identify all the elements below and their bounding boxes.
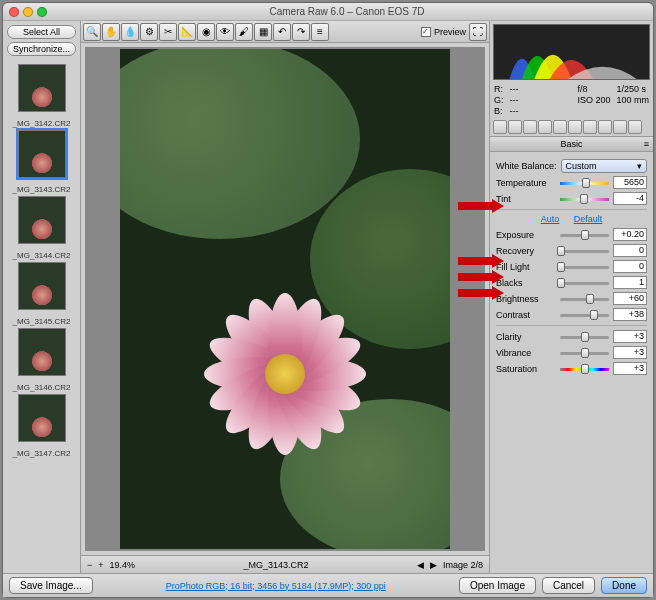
- temperature-slider[interactable]: [560, 178, 609, 188]
- panel-menu-icon[interactable]: ≡: [644, 139, 649, 149]
- thumbnail[interactable]: _MG_3144.CR2: [7, 196, 76, 260]
- save-image-button[interactable]: Save Image...: [9, 577, 93, 594]
- statusbar: − + 19.4% _MG_3143.CR2 ◀ ▶ Image 2/8: [81, 555, 489, 573]
- exposure-row: Exposure+0.20: [496, 228, 647, 241]
- blacks-slider[interactable]: [560, 278, 609, 288]
- recovery-row: Recovery0: [496, 244, 647, 257]
- basic-panel: White Balance: Custom▾ Temperature5650 T…: [490, 152, 653, 573]
- brightness-slider[interactable]: [560, 294, 609, 304]
- spot-tool[interactable]: ◉: [197, 23, 215, 41]
- eyedropper-tool[interactable]: 💧: [121, 23, 139, 41]
- prev-image-button[interactable]: ◀: [417, 560, 424, 570]
- white-balance-select[interactable]: Custom▾: [561, 159, 647, 173]
- panel-tab-1[interactable]: [508, 120, 522, 134]
- panel-tab-4[interactable]: [553, 120, 567, 134]
- preview-toggle[interactable]: ✓ Preview ⛶: [421, 23, 487, 41]
- thumbnail[interactable]: _MG_3146.CR2: [7, 328, 76, 392]
- vibrance-slider[interactable]: [560, 348, 609, 358]
- panel-tab-0[interactable]: [493, 120, 507, 134]
- zoom-level[interactable]: 19.4%: [110, 560, 136, 570]
- grad-tool[interactable]: ▦: [254, 23, 272, 41]
- thumbnail[interactable]: _MG_3147.CR2: [7, 394, 76, 458]
- panel-header: Basic≡: [490, 137, 653, 152]
- brush-tool[interactable]: 🖌: [235, 23, 253, 41]
- thumbnail-label: _MG_3142.CR2: [7, 119, 76, 128]
- default-link[interactable]: Default: [574, 214, 603, 224]
- tint-value[interactable]: -4: [613, 192, 647, 205]
- temperature-value[interactable]: 5650: [613, 176, 647, 189]
- info-readout: R:---f/81/250 s G:---ISO 200100 mm B:---: [490, 83, 653, 118]
- exposure-value[interactable]: +0.20: [613, 228, 647, 241]
- sampler-tool[interactable]: ⚙: [140, 23, 158, 41]
- contrast-slider[interactable]: [560, 310, 609, 320]
- thumbnail-label: _MG_3145.CR2: [7, 317, 76, 326]
- contrast-value[interactable]: +38: [613, 308, 647, 321]
- filllight-value[interactable]: 0: [613, 260, 647, 273]
- brightness-value[interactable]: +60: [613, 292, 647, 305]
- recovery-slider[interactable]: [560, 246, 609, 256]
- select-all-button[interactable]: Select All: [7, 25, 76, 39]
- thumbnail[interactable]: _MG_3142.CR2: [7, 64, 76, 128]
- crop-tool[interactable]: ✂: [159, 23, 177, 41]
- tint-row: Tint-4: [496, 192, 647, 205]
- blacks-value[interactable]: 1: [613, 276, 647, 289]
- clarity-slider[interactable]: [560, 332, 609, 342]
- fullscreen-icon[interactable]: ⛶: [469, 23, 487, 41]
- exposure-slider[interactable]: [560, 230, 609, 240]
- panel-tab-3[interactable]: [538, 120, 552, 134]
- blacks-row: Blacks1: [496, 276, 647, 289]
- exposure-label: Exposure: [496, 230, 556, 240]
- done-button[interactable]: Done: [601, 577, 647, 594]
- auto-link[interactable]: Auto: [541, 214, 560, 224]
- panel-tab-7[interactable]: [598, 120, 612, 134]
- rotate-cw-tool[interactable]: ↷: [292, 23, 310, 41]
- panel-tab-5[interactable]: [568, 120, 582, 134]
- minimize-icon[interactable]: [23, 7, 33, 17]
- saturation-slider[interactable]: [560, 364, 609, 374]
- app-window: Camera Raw 6.0 – Canon EOS 7D Select All…: [2, 2, 654, 598]
- vibrance-value[interactable]: +3: [613, 346, 647, 359]
- zoom-tool[interactable]: 🔍: [83, 23, 101, 41]
- close-icon[interactable]: [9, 7, 19, 17]
- filllight-row: Fill Light0: [496, 260, 647, 273]
- photo-preview: [120, 49, 450, 549]
- saturation-row: Saturation+3: [496, 362, 647, 375]
- clarity-label: Clarity: [496, 332, 556, 342]
- vibrance-row: Vibrance+3: [496, 346, 647, 359]
- cancel-button[interactable]: Cancel: [542, 577, 595, 594]
- zoom-icon[interactable]: [37, 7, 47, 17]
- titlebar: Camera Raw 6.0 – Canon EOS 7D: [3, 3, 653, 21]
- saturation-value[interactable]: +3: [613, 362, 647, 375]
- center-panel: 🔍✋💧⚙✂📐◉👁🖌▦↶↷≡ ✓ Preview ⛶ − + 19.4% _MG_…: [81, 21, 489, 573]
- prefs-tool[interactable]: ≡: [311, 23, 329, 41]
- image-canvas[interactable]: [85, 47, 485, 551]
- thumbnail[interactable]: _MG_3145.CR2: [7, 262, 76, 326]
- current-filename: _MG_3143.CR2: [141, 560, 411, 570]
- toolbar: 🔍✋💧⚙✂📐◉👁🖌▦↶↷≡ ✓ Preview ⛶: [81, 21, 489, 43]
- hand-tool[interactable]: ✋: [102, 23, 120, 41]
- open-image-button[interactable]: Open Image: [459, 577, 536, 594]
- panel-tab-2[interactable]: [523, 120, 537, 134]
- tint-slider[interactable]: [560, 194, 609, 204]
- zoom-out-button[interactable]: −: [87, 560, 92, 570]
- contrast-label: Contrast: [496, 310, 556, 320]
- thumbnail[interactable]: _MG_3143.CR2: [7, 130, 76, 194]
- synchronize-button[interactable]: Synchronize...: [7, 42, 76, 56]
- next-image-button[interactable]: ▶: [430, 560, 437, 570]
- clarity-value[interactable]: +3: [613, 330, 647, 343]
- straighten-tool[interactable]: 📐: [178, 23, 196, 41]
- tint-label: Tint: [496, 194, 556, 204]
- workflow-link[interactable]: ProPhoto RGB; 16 bit; 3456 by 5184 (17.9…: [99, 581, 453, 591]
- zoom-in-button[interactable]: +: [98, 560, 103, 570]
- saturation-label: Saturation: [496, 364, 556, 374]
- panel-tab-8[interactable]: [613, 120, 627, 134]
- clarity-row: Clarity+3: [496, 330, 647, 343]
- annotation-arrow: [458, 270, 504, 284]
- redeye-tool[interactable]: 👁: [216, 23, 234, 41]
- recovery-value[interactable]: 0: [613, 244, 647, 257]
- rotate-ccw-tool[interactable]: ↶: [273, 23, 291, 41]
- filllight-slider[interactable]: [560, 262, 609, 272]
- panel-tab-9[interactable]: [628, 120, 642, 134]
- preview-checkbox[interactable]: ✓: [421, 27, 431, 37]
- panel-tab-6[interactable]: [583, 120, 597, 134]
